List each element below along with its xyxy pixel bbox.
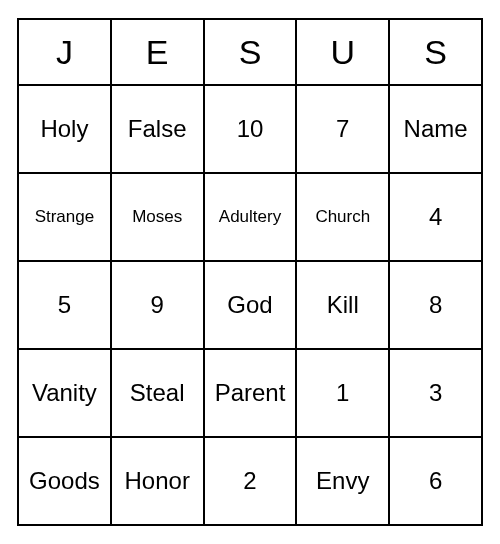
header-cell-0: J — [19, 20, 110, 84]
bingo-cell[interactable]: Strange — [19, 174, 110, 260]
bingo-row: Holy False 10 7 Name — [19, 84, 481, 172]
bingo-cell[interactable]: 4 — [388, 174, 481, 260]
bingo-cell[interactable]: Envy — [295, 438, 388, 524]
bingo-cell[interactable]: Adultery — [203, 174, 296, 260]
bingo-cell[interactable]: Steal — [110, 350, 203, 436]
bingo-row: Vanity Steal Parent 1 3 — [19, 348, 481, 436]
bingo-cell[interactable]: 8 — [388, 262, 481, 348]
bingo-cell[interactable]: 9 — [110, 262, 203, 348]
bingo-cell[interactable]: Church — [295, 174, 388, 260]
bingo-cell[interactable]: Moses — [110, 174, 203, 260]
bingo-cell[interactable]: 2 — [203, 438, 296, 524]
bingo-row: 5 9 God Kill 8 — [19, 260, 481, 348]
bingo-cell[interactable]: 10 — [203, 86, 296, 172]
header-cell-4: S — [388, 20, 481, 84]
bingo-row: Goods Honor 2 Envy 6 — [19, 436, 481, 524]
bingo-cell[interactable]: Name — [388, 86, 481, 172]
bingo-cell[interactable]: Honor — [110, 438, 203, 524]
bingo-cell[interactable]: Vanity — [19, 350, 110, 436]
bingo-cell[interactable]: 6 — [388, 438, 481, 524]
header-cell-1: E — [110, 20, 203, 84]
bingo-cell[interactable]: Goods — [19, 438, 110, 524]
bingo-cell[interactable]: Kill — [295, 262, 388, 348]
bingo-cell[interactable]: God — [203, 262, 296, 348]
bingo-cell[interactable]: 7 — [295, 86, 388, 172]
header-cell-3: U — [295, 20, 388, 84]
bingo-cell[interactable]: Holy — [19, 86, 110, 172]
bingo-row: Strange Moses Adultery Church 4 — [19, 172, 481, 260]
header-cell-2: S — [203, 20, 296, 84]
bingo-cell[interactable]: Parent — [203, 350, 296, 436]
bingo-cell[interactable]: 1 — [295, 350, 388, 436]
bingo-header-row: J E S U S — [19, 20, 481, 84]
bingo-cell[interactable]: 3 — [388, 350, 481, 436]
bingo-cell[interactable]: False — [110, 86, 203, 172]
bingo-card: J E S U S Holy False 10 7 Name Strange M… — [17, 18, 483, 526]
bingo-cell[interactable]: 5 — [19, 262, 110, 348]
